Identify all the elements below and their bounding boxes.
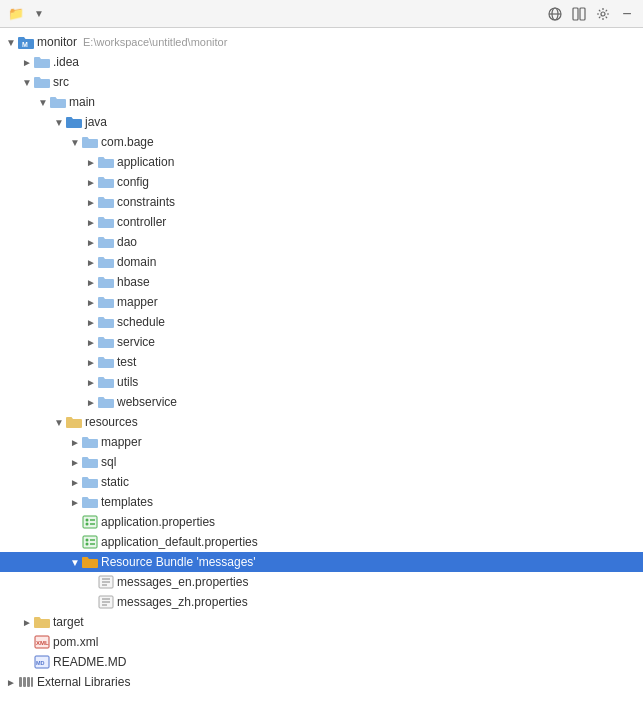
tree-item-hbase[interactable]: ► hbase: [0, 272, 643, 292]
tree-item-templates[interactable]: ► templates: [0, 492, 643, 512]
item-label: domain: [117, 255, 156, 269]
svg-rect-29: [19, 677, 22, 687]
split-icon[interactable]: [571, 6, 587, 22]
item-label: application_default.properties: [101, 535, 258, 549]
svg-rect-32: [31, 677, 33, 687]
tree-item-resource-bundle[interactable]: ▼ Resource Bundle 'messages': [0, 552, 643, 572]
tree-item-external-libraries[interactable]: ► External Libraries: [0, 672, 643, 692]
item-label: service: [117, 335, 155, 349]
item-icon: [34, 615, 50, 629]
svg-point-13: [86, 539, 89, 542]
chevron-right-icon: ►: [84, 315, 98, 329]
svg-rect-30: [23, 677, 26, 687]
tree-item-constraints[interactable]: ► constraints: [0, 192, 643, 212]
module-path: E:\workspace\untitled\monitor: [83, 36, 227, 48]
tree-item-static[interactable]: ► static: [0, 472, 643, 492]
item-label: dao: [117, 235, 137, 249]
gear-icon[interactable]: [595, 6, 611, 22]
item-icon: [18, 675, 34, 689]
chevron-right-icon: ►: [68, 455, 82, 469]
item-label: test: [117, 355, 136, 369]
tree-item-dao[interactable]: ► dao: [0, 232, 643, 252]
tree-item-resources[interactable]: ▼ resources: [0, 412, 643, 432]
tree-item-pom-xml[interactable]: XML pom.xml: [0, 632, 643, 652]
tree-item-application-default-properties[interactable]: application_default.properties: [0, 532, 643, 552]
tree-item-monitor[interactable]: ▼ M monitor E:\workspace\untitled\monito…: [0, 32, 643, 52]
svg-text:XML: XML: [36, 640, 49, 646]
tree-item-schedule[interactable]: ► schedule: [0, 312, 643, 332]
tree-item-res-mapper[interactable]: ► mapper: [0, 432, 643, 452]
item-icon: [82, 515, 98, 529]
tree-item-application-properties[interactable]: application.properties: [0, 512, 643, 532]
item-icon: [34, 75, 50, 89]
item-icon: XML: [34, 635, 50, 649]
svg-point-8: [86, 519, 89, 522]
item-label: target: [53, 615, 84, 629]
chevron-down-icon: ▼: [68, 555, 82, 569]
item-label: main: [69, 95, 95, 109]
project-tree: ▼ M monitor E:\workspace\untitled\monito…: [0, 28, 643, 725]
tree-item-sql[interactable]: ► sql: [0, 452, 643, 472]
item-icon: M: [18, 35, 34, 49]
svg-point-14: [86, 543, 89, 546]
tree-item-config[interactable]: ► config: [0, 172, 643, 192]
chevron-right-icon: ►: [84, 195, 98, 209]
project-folder-icon: 📁: [8, 6, 24, 21]
chevron-right-icon: ►: [84, 395, 98, 409]
tree-item-target[interactable]: ► target: [0, 612, 643, 632]
tree-item-main[interactable]: ▼ main: [0, 92, 643, 112]
item-icon: [66, 415, 82, 429]
item-icon: [66, 115, 82, 129]
project-dropdown-icon[interactable]: ▼: [34, 8, 44, 19]
tree-item-readme-md[interactable]: MD README.MD: [0, 652, 643, 672]
tree-item-com-bage[interactable]: ▼ com.bage: [0, 132, 643, 152]
item-icon: [82, 435, 98, 449]
item-icon: [82, 535, 98, 549]
svg-text:M: M: [22, 41, 28, 48]
item-label: java: [85, 115, 107, 129]
item-icon: MD: [34, 655, 50, 669]
item-label: src: [53, 75, 69, 89]
chevron-down-icon: ▼: [52, 415, 66, 429]
earth-icon[interactable]: [547, 6, 563, 22]
item-label: README.MD: [53, 655, 126, 669]
chevron-right-icon: ►: [84, 335, 98, 349]
tree-item-webservice[interactable]: ► webservice: [0, 392, 643, 412]
item-label: templates: [101, 495, 153, 509]
chevron-down-icon: ▼: [4, 35, 18, 49]
item-icon: [98, 395, 114, 409]
tree-item-java[interactable]: ▼ java: [0, 112, 643, 132]
tree-item-domain[interactable]: ► domain: [0, 252, 643, 272]
item-icon: [34, 55, 50, 69]
item-icon: [98, 215, 114, 229]
tree-item-mapper[interactable]: ► mapper: [0, 292, 643, 312]
chevron-right-icon: ►: [68, 475, 82, 489]
item-icon: [98, 335, 114, 349]
tree-item-utils[interactable]: ► utils: [0, 372, 643, 392]
item-label: hbase: [117, 275, 150, 289]
tree-item-application[interactable]: ► application: [0, 152, 643, 172]
chevron-down-icon: ▼: [20, 75, 34, 89]
chevron-right-icon: ►: [84, 355, 98, 369]
tree-item-messages-zh-properties[interactable]: messages_zh.properties: [0, 592, 643, 612]
tree-item-service[interactable]: ► service: [0, 332, 643, 352]
chevron-down-icon: ▼: [36, 95, 50, 109]
item-label: application.properties: [101, 515, 215, 529]
item-icon: [82, 495, 98, 509]
item-icon: [98, 275, 114, 289]
tree-item-src[interactable]: ▼ src: [0, 72, 643, 92]
svg-rect-3: [573, 8, 578, 20]
item-label: mapper: [117, 295, 158, 309]
svg-rect-4: [580, 8, 585, 20]
minimize-icon[interactable]: −: [619, 6, 635, 22]
item-label: static: [101, 475, 129, 489]
item-label: mapper: [101, 435, 142, 449]
item-label: messages_zh.properties: [117, 595, 248, 609]
tree-item-controller[interactable]: ► controller: [0, 212, 643, 232]
tree-item-idea[interactable]: ► .idea: [0, 52, 643, 72]
item-icon: [98, 255, 114, 269]
item-label: sql: [101, 455, 116, 469]
tree-item-messages-en-properties[interactable]: messages_en.properties: [0, 572, 643, 592]
tree-item-test[interactable]: ► test: [0, 352, 643, 372]
svg-text:MD: MD: [36, 660, 45, 666]
